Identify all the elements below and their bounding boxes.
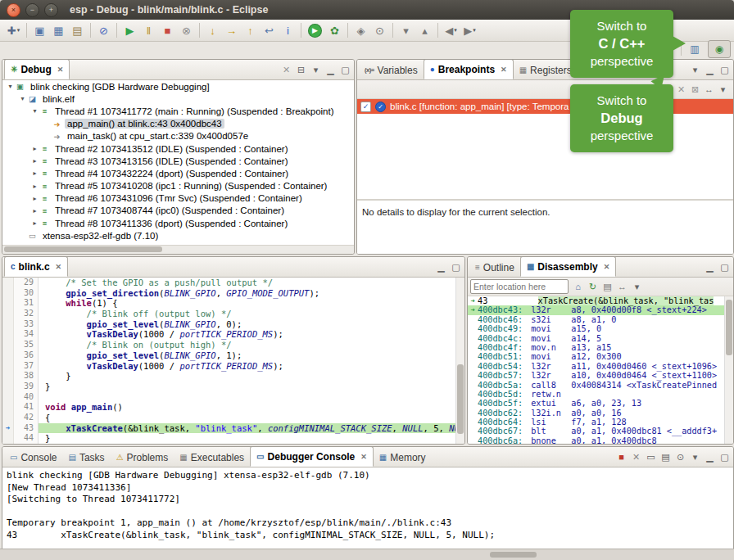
console-menu-icon[interactable]: ▾ (688, 450, 702, 464)
debug-tree-row[interactable]: ▸≡Thread #6 1073431096 (Tmr Svc) (Suspen… (2, 192, 354, 205)
back-icon[interactable]: ◀▾ (442, 22, 460, 39)
code-line[interactable]: 36 gpio_set_level(BLINK_GPIO, 1); (2, 350, 456, 361)
expand-arrow-icon[interactable]: ▸ (30, 157, 39, 165)
tab-console[interactable]: ▭Console (4, 448, 62, 467)
tab-outline[interactable]: ≡Outline (469, 258, 520, 277)
disassembly-row[interactable]: 400dbc62:l32i.n a0, a0, 16 (468, 409, 725, 418)
maximize-icon[interactable]: ▢ (449, 260, 463, 274)
debug-tree-row[interactable]: ▾◪blink.elf (2, 93, 354, 105)
tab-problems[interactable]: ⚠Problems (111, 448, 174, 467)
instruction-stepping-icon[interactable]: i (279, 22, 297, 39)
debug-tree-row[interactable]: ▾≡Thread #1 1073411772 (main : Running) … (2, 105, 354, 117)
maximize-icon[interactable]: ▢ (718, 260, 732, 274)
code-line[interactable]: ➜43 xTaskCreate(&blink_task, "blink_task… (2, 423, 456, 434)
tab-registers[interactable]: ▦Registers (514, 61, 578, 79)
tab-variables[interactable]: (x)=Variables (359, 61, 424, 79)
view-menu-icon[interactable]: ▾ (688, 63, 702, 77)
terminate-icon[interactable]: ■ (614, 450, 628, 464)
step-over-icon[interactable]: → (222, 22, 241, 39)
minimize-icon[interactable]: ▁ (703, 450, 717, 464)
code-line[interactable]: 31 while(1) { (2, 298, 456, 309)
disassembly-vertical-scrollbar[interactable] (724, 296, 733, 444)
editor-vertical-scrollbar[interactable] (455, 278, 464, 444)
close-window-button[interactable]: × (7, 3, 20, 17)
clear-console-icon[interactable]: ▭ (644, 450, 658, 464)
link-with-debug-icon[interactable]: ↔ (702, 83, 716, 97)
code-line[interactable]: 29 /* Set the GPIO as a push/pull output… (2, 278, 456, 288)
code-line[interactable]: 33 gpio_set_level(BLINK_GPIO, 0); (2, 319, 456, 330)
close-tab-icon[interactable]: ✕ (57, 65, 64, 74)
disassembly-row[interactable]: 400dbc6a:bnone a0, a1, 0x400dbc8 (468, 436, 725, 444)
disassembly-row[interactable]: 400dbc57:l32r a10, 0x400d0464 <_stext+11… (468, 371, 725, 380)
resume-icon[interactable]: ▶ (120, 22, 139, 39)
maximize-icon[interactable]: ▢ (718, 450, 732, 464)
pin-console-icon[interactable]: ⊙ (673, 450, 687, 464)
tab-debugger-console[interactable]: ▭Debugger Console✕ (250, 446, 374, 467)
close-tab-icon[interactable]: ✕ (360, 453, 367, 461)
minimize-icon[interactable]: ▁ (434, 260, 448, 274)
disassembly-row[interactable]: 400dbc5f:extui a6, a0, 23, 13 (468, 399, 725, 408)
minimize-window-button[interactable]: − (25, 3, 39, 17)
collapse-all-icon[interactable]: ⊟ (294, 63, 308, 77)
disassembly-row[interactable]: 400dbc4c:movi a14, 5 (468, 334, 725, 343)
debug-tree-row[interactable]: ➜main_task() at cpu_start.c:339 0x400d05… (2, 130, 354, 142)
disassembly-row[interactable]: 400dbc4f:mov.n a13, a15 (468, 343, 725, 352)
step-into-icon[interactable]: ↓ (203, 22, 222, 39)
expand-arrow-icon[interactable]: ▸ (30, 169, 39, 177)
drop-to-frame-icon[interactable]: ↩ (260, 22, 279, 39)
maximize-icon[interactable]: ▢ (338, 63, 352, 77)
remove-launch-icon[interactable]: ✕ (629, 450, 643, 464)
step-return-icon[interactable]: ↑ (241, 22, 260, 39)
debug-horizontal-scrollbar[interactable] (2, 245, 354, 254)
disconnect-icon[interactable]: ⊗ (177, 22, 196, 39)
remove-breakpoint-icon[interactable]: ✕ (674, 83, 688, 97)
disassembly-row[interactable]: 400dbc64:lsi f7, a1, 128 (468, 418, 725, 427)
debug-tree-row[interactable]: ▾▣blink checking [GDB Hardware Debugging… (2, 80, 354, 93)
disassembly-row[interactable]: 400dbc67:blt a0, a1, 0x400dbc81 <__adddf… (468, 427, 725, 436)
save-all-icon[interactable]: ▦ (49, 22, 68, 39)
expand-arrow-icon[interactable]: ▾ (30, 107, 39, 115)
run-icon[interactable]: ▶ (308, 24, 322, 38)
code-line[interactable]: 35 /* Blink on (output high) */ (2, 340, 456, 350)
next-annotation-icon[interactable]: ▾ (396, 22, 415, 39)
external-tools-icon[interactable]: ◈ (351, 22, 370, 39)
close-tab-icon[interactable]: ✕ (604, 263, 610, 271)
tab-tasks[interactable]: ▤Tasks (62, 448, 110, 467)
code-line[interactable]: 32 /* Blink off (output low) */ (2, 309, 456, 319)
debug-tree-row[interactable]: ▸≡Thread #7 1073408744 (ipc0) (Suspended… (2, 205, 354, 217)
debug-perspective-button[interactable]: ◉ (708, 40, 731, 58)
code-editor[interactable]: 29 /* Set the GPIO as a push/pull output… (2, 278, 456, 444)
code-line[interactable]: 42{ (2, 413, 456, 423)
remove-all-terminated-icon[interactable]: ✕ (279, 63, 293, 77)
show-source-icon[interactable]: ▤ (600, 280, 614, 294)
tab-blink-c[interactable]: cblink.c✕ (4, 256, 68, 277)
disassembly-row[interactable]: ➜400dbc43:l32r a8, 0x400d00f8 <_stext+22… (468, 305, 725, 314)
expand-arrow-icon[interactable]: ▸ (30, 219, 39, 227)
scroll-lock-icon[interactable]: ▤ (659, 450, 673, 464)
debug-icon[interactable]: ✿ (325, 22, 344, 39)
tab-debug[interactable]: ✳Debug✕ (4, 59, 70, 79)
view-menu-icon[interactable]: ▾ (630, 280, 644, 294)
tab-memory[interactable]: ▦Memory (374, 448, 432, 467)
show-grouping-icon[interactable]: ▾ (716, 83, 730, 97)
disassembly-row[interactable]: 400dbc54:l32r a11, 0x400d0460 <_stext+10… (468, 362, 725, 371)
expand-arrow-icon[interactable]: ▾ (18, 95, 27, 102)
code-line[interactable]: 39} (2, 382, 456, 392)
code-line[interactable]: 30 gpio_set_direction(BLINK_GPIO, GPIO_M… (2, 288, 456, 299)
status-scrollbar-thumb[interactable] (490, 552, 537, 558)
suspend-icon[interactable]: ‖ (139, 22, 158, 39)
debug-tree-row[interactable]: ➜app_main() at blink.c:43 0x400dbc43 (2, 118, 354, 130)
forward-icon[interactable]: ▶▾ (460, 22, 479, 39)
scrollbar-thumb[interactable] (457, 364, 464, 434)
view-menu-icon[interactable]: ▾ (309, 63, 323, 77)
debug-tree-row[interactable]: ▸≡Thread #8 1073411336 (dport) (Suspende… (2, 217, 354, 229)
code-line[interactable]: 44} (2, 433, 456, 444)
scrollbar-thumb[interactable] (726, 300, 732, 355)
debugger-console-output[interactable]: blink checking [GDB Hardware Debugging] … (2, 467, 733, 550)
tab-executables[interactable]: ▦Executables (174, 448, 250, 467)
location-input[interactable] (470, 279, 569, 294)
save-icon[interactable]: ▣ (30, 22, 49, 39)
disassembly-row[interactable]: 400dbc49:movi a15, 0 (468, 324, 725, 333)
remove-all-breakpoints-icon[interactable]: ⊠ (688, 83, 702, 97)
jump-to-pc-icon[interactable]: ⌂ (571, 280, 585, 294)
